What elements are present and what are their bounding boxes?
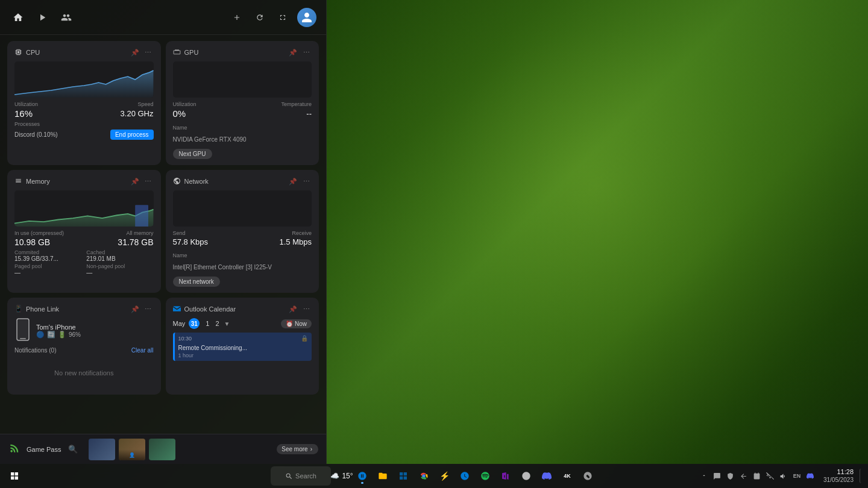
widget-panel: CPU 📌 ⋯: [0, 0, 327, 464]
phone-widget-title: Phone Link: [26, 305, 130, 313]
phone-pin-icon[interactable]: 📌: [130, 304, 140, 314]
network-icon: [173, 177, 181, 186]
taskbar-app-4k[interactable]: 4K: [558, 466, 577, 486]
gpu-pin-icon[interactable]: 📌: [288, 47, 298, 58]
gamepass-thumb-3[interactable]: [149, 439, 175, 460]
clock-time: 11:28: [837, 468, 854, 476]
refresh-button[interactable]: [251, 9, 268, 26]
taskbar: Search ☁️ 15° ⚡: [0, 464, 868, 488]
chevron-right-icon: ›: [310, 446, 312, 452]
network-pin-icon[interactable]: 📌: [288, 176, 298, 187]
see-more-button[interactable]: See more ›: [277, 444, 318, 454]
network-stat-labels: Send Receive: [173, 230, 312, 236]
phone-status-icons: 🔵 🔄 🔋 96%: [36, 331, 81, 339]
taskbar-app-explorer[interactable]: [373, 466, 392, 486]
memory-more-icon[interactable]: ⋯: [143, 176, 154, 187]
gamepass-search-icon[interactable]: 🔍: [68, 445, 78, 454]
taskbar-app-discord[interactable]: [537, 466, 556, 486]
memory-committed-stat: Commited 15.39 GB/33.7...: [14, 249, 81, 262]
gamepass-thumbnails: 👤: [89, 439, 175, 460]
show-desktop-button[interactable]: [860, 469, 863, 483]
end-process-button[interactable]: End process: [110, 130, 154, 140]
network-receive-label: Receive: [292, 230, 312, 236]
widgets-row-3: 📱 Phone Link 📌 ⋯ Tom's: [7, 298, 319, 395]
discord-tray-icon[interactable]: [804, 470, 816, 482]
gamepass-label: Game Pass: [27, 446, 61, 453]
taskbar-app-edge[interactable]: [353, 466, 372, 486]
now-button[interactable]: ⏰ Now: [281, 319, 312, 328]
home-icon[interactable]: [10, 9, 27, 26]
expand-button[interactable]: [274, 9, 291, 26]
memory-extra-stats: Commited 15.39 GB/33.7... Cached 219.01 …: [14, 249, 154, 276]
memory-paged-stat: Paged pool —: [14, 263, 81, 276]
search-taskbar-button[interactable]: Search: [271, 466, 331, 486]
memory-paged-value: —: [14, 269, 81, 276]
weather-widget[interactable]: ☁️ 15°: [332, 466, 351, 486]
keyboard-tray-icon[interactable]: EN: [791, 470, 803, 482]
taskbar-app-store[interactable]: [394, 466, 413, 486]
gamepass-thumb-2[interactable]: 👤: [119, 439, 145, 460]
taskbar-app-onenote[interactable]: [496, 466, 515, 486]
calendar-pin-icon[interactable]: 📌: [288, 304, 298, 314]
next-gpu-button[interactable]: Next GPU: [173, 149, 212, 159]
taskbar-app-bing[interactable]: [455, 466, 474, 486]
cpu-speed-value: 3.20 GHz: [121, 109, 154, 118]
clock-date: 31/05/2023: [823, 477, 854, 484]
gpu-widget-header: GPU 📌 ⋯: [173, 47, 312, 58]
people-icon[interactable]: [58, 9, 75, 26]
event-title: Remote Commissioning...: [178, 345, 247, 351]
network-more-icon[interactable]: ⋯: [301, 176, 312, 187]
cpu-pin-icon[interactable]: 📌: [130, 47, 140, 58]
calendar-widget-header: Outlook Calendar 📌 ⋯: [173, 304, 312, 314]
gpu-utilization-value: 0%: [173, 108, 186, 119]
chat-tray-icon[interactable]: [711, 470, 723, 482]
cpu-widget-title: CPU: [26, 49, 130, 56]
add-widget-button[interactable]: [228, 9, 245, 26]
calendar-expand-icon[interactable]: ▼: [224, 321, 230, 327]
svg-rect-6: [17, 319, 29, 340]
taskbar-app-cursor[interactable]: ⚡: [435, 466, 454, 486]
avatar-button[interactable]: [297, 8, 316, 27]
memory-pin-icon[interactable]: 📌: [130, 176, 140, 187]
calendar-event[interactable]: 10:30 🔒 Remote Commissioning... 1 hour: [173, 333, 312, 361]
back-tray-icon[interactable]: [738, 470, 750, 482]
next-network-button[interactable]: Next network: [173, 277, 220, 287]
event-time: 10:30: [178, 336, 192, 342]
taskbar-app-chrome[interactable]: [414, 466, 433, 486]
taskbar-app-spotify[interactable]: [476, 466, 495, 486]
calendar-nav-1: 1: [206, 320, 209, 327]
phone-more-icon[interactable]: ⋯: [143, 304, 154, 314]
gamepass-icon: [8, 442, 20, 457]
network-tray-icon[interactable]: [764, 470, 776, 482]
memory-cached-label: Cached: [86, 249, 153, 255]
gpu-name-value: NVIDIA GeForce RTX 4090: [173, 136, 247, 143]
cpu-more-icon[interactable]: ⋯: [143, 47, 154, 58]
gpu-temperature-label: Temperature: [281, 101, 312, 107]
volume-tray-icon[interactable]: [778, 470, 790, 482]
network-send-label: Send: [173, 230, 186, 236]
calendar-month: May: [173, 320, 186, 327]
clock-area[interactable]: 11:28 31/05/2023: [821, 467, 856, 484]
calendar-more-icon[interactable]: ⋯: [301, 304, 312, 314]
outlook-icon: [173, 305, 181, 313]
network-send-value: 57.8 Kbps: [173, 237, 209, 246]
gamepass-thumb-1[interactable]: [89, 439, 115, 460]
taskbar-app-steam[interactable]: [578, 466, 597, 486]
start-button[interactable]: [5, 466, 24, 486]
show-hidden-icons-button[interactable]: [698, 470, 710, 482]
gpu-icon: [173, 48, 181, 57]
security-tray-icon[interactable]: [725, 470, 737, 482]
notifications-row: Notifications (0) Clear all: [14, 347, 154, 354]
video-icon[interactable]: [34, 9, 51, 26]
taskbar-app-unknown[interactable]: [517, 466, 536, 486]
meeting-tray-icon[interactable]: [751, 470, 763, 482]
gpu-stat-values: 0% --: [173, 108, 312, 119]
gpu-more-icon[interactable]: ⋯: [301, 47, 312, 58]
widgets-area: CPU 📌 ⋯: [0, 35, 326, 401]
event-duration: 1 hour: [178, 352, 309, 358]
gpu-stat-labels: Utilization Temperature: [173, 101, 312, 107]
clear-all-button[interactable]: Clear all: [131, 347, 154, 354]
memory-nonpaged-value: —: [86, 269, 153, 276]
clock-icon-small: ⏰: [286, 321, 293, 327]
memory-inuse-label: In use (compressed): [14, 230, 64, 236]
